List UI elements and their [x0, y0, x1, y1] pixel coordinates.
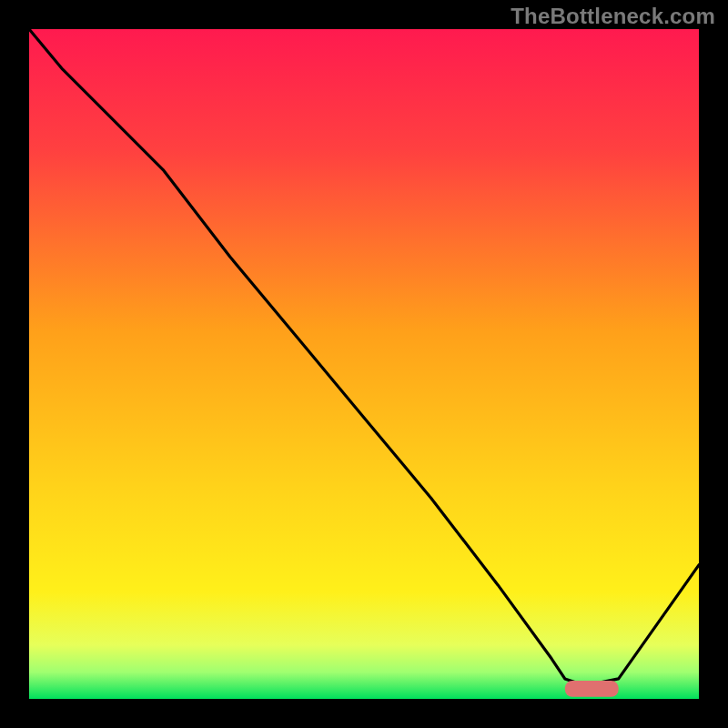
bottleneck-chart [0, 0, 728, 728]
chart-container: TheBottleneck.com [0, 0, 728, 728]
gradient-background [29, 29, 699, 699]
plot-area [29, 29, 699, 699]
optimal-zone-marker [565, 681, 619, 697]
watermark-text: TheBottleneck.com [511, 4, 715, 29]
